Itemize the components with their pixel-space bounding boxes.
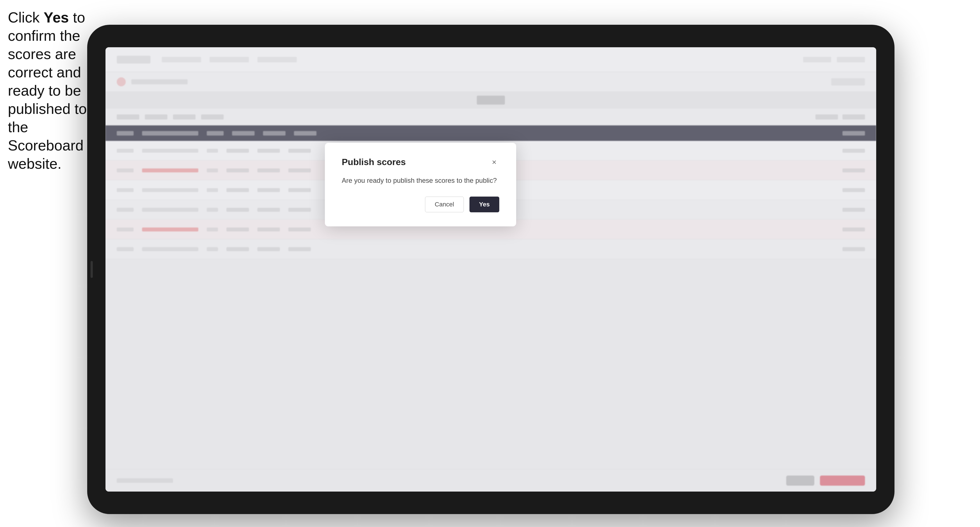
tablet-device: Publish scores × Are you ready to publis… [87, 25, 894, 514]
yes-button[interactable]: Yes [469, 197, 499, 212]
annotation-suffix: to confirm the scores are correct and re… [8, 9, 87, 172]
publish-scores-modal: Publish scores × Are you ready to publis… [325, 143, 516, 226]
tablet-side-button [91, 261, 93, 278]
modal-title: Publish scores [342, 157, 406, 167]
annotation-text: Click Yes to confirm the scores are corr… [8, 8, 89, 173]
modal-body-text: Are you ready to publish these scores to… [342, 176, 499, 185]
annotation-click-prefix: Click [8, 9, 44, 25]
annotation-bold-yes: Yes [44, 9, 69, 25]
cancel-button[interactable]: Cancel [425, 197, 464, 212]
modal-close-button[interactable]: × [489, 157, 499, 167]
tablet-screen: Publish scores × Are you ready to publis… [105, 47, 876, 492]
modal-header: Publish scores × [342, 157, 499, 167]
modal-footer: Cancel Yes [342, 197, 499, 212]
modal-overlay: Publish scores × Are you ready to publis… [105, 47, 876, 492]
